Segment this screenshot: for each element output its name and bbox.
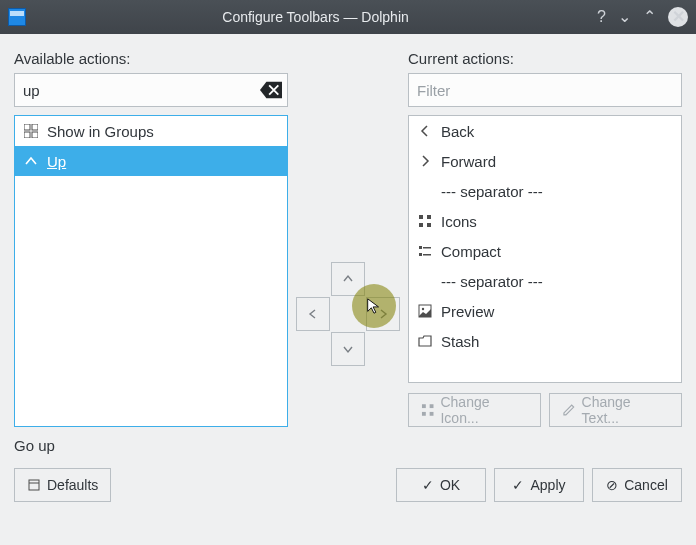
svg-rect-1 <box>32 124 38 130</box>
list-item[interactable]: Compact <box>409 236 681 266</box>
status-text: Go up <box>14 437 682 454</box>
maximize-icon[interactable]: ⌃ <box>643 9 656 25</box>
list-item-label: Back <box>441 123 474 140</box>
move-down-button[interactable] <box>331 332 365 366</box>
dialog-button-bar: Defaults ✓ OK ✓ Apply ⊘ Cancel <box>14 468 682 502</box>
separator-icon <box>417 183 433 199</box>
current-heading: Current actions: <box>408 50 682 67</box>
pencil-icon <box>562 403 576 417</box>
ok-button[interactable]: ✓ OK <box>396 468 486 502</box>
current-filter-input[interactable] <box>408 73 682 107</box>
move-up-button[interactable] <box>331 262 365 296</box>
button-label: OK <box>440 477 460 493</box>
svg-point-13 <box>422 308 424 310</box>
svg-rect-10 <box>419 253 422 256</box>
svg-rect-6 <box>419 223 423 227</box>
svg-rect-4 <box>419 215 423 219</box>
list-item[interactable]: Icons <box>409 206 681 236</box>
svg-rect-0 <box>24 124 30 130</box>
list-item[interactable]: --- separator --- <box>409 266 681 296</box>
restore-icon <box>27 478 41 492</box>
list-item[interactable]: Preview <box>409 296 681 326</box>
list-item[interactable]: Forward <box>409 146 681 176</box>
clear-filter-icon[interactable] <box>258 79 284 101</box>
checkmark-icon: ✓ <box>512 477 524 493</box>
list-item[interactable]: Up <box>15 146 287 176</box>
compact-view-icon <box>417 243 433 259</box>
list-item[interactable]: Show in Groups <box>15 116 287 146</box>
button-label: Change Icon... <box>440 394 528 426</box>
list-item-label: Icons <box>441 213 477 230</box>
separator-icon <box>417 273 433 289</box>
svg-rect-17 <box>430 412 434 416</box>
available-filter-input[interactable] <box>14 73 288 107</box>
list-item[interactable]: Stash <box>409 326 681 356</box>
list-item-label: Show in Groups <box>47 123 154 140</box>
list-item-label: Forward <box>441 153 496 170</box>
button-label: Apply <box>530 477 565 493</box>
button-label: Cancel <box>624 477 668 493</box>
move-buttons-panel <box>296 50 400 427</box>
svg-rect-11 <box>423 254 431 256</box>
titlebar: Configure Toolbars — Dolphin ? ⌄ ⌃ ✕ <box>0 0 696 34</box>
svg-rect-9 <box>423 247 431 249</box>
list-item[interactable]: Back <box>409 116 681 146</box>
available-heading: Available actions: <box>14 50 288 67</box>
titlebar-controls: ? ⌄ ⌃ ✕ <box>597 7 688 27</box>
icons-view-icon <box>421 403 434 417</box>
svg-rect-7 <box>427 223 431 227</box>
svg-rect-8 <box>419 246 422 249</box>
button-label: Defaults <box>47 477 98 493</box>
svg-rect-5 <box>427 215 431 219</box>
defaults-button[interactable]: Defaults <box>14 468 111 502</box>
change-icon-button[interactable]: Change Icon... <box>408 393 541 427</box>
dolphin-app-icon <box>8 8 26 26</box>
close-icon[interactable]: ✕ <box>668 7 688 27</box>
svg-rect-3 <box>32 132 38 138</box>
change-text-button[interactable]: Change Text... <box>549 393 682 427</box>
list-item[interactable]: --- separator --- <box>409 176 681 206</box>
stash-icon <box>417 333 433 349</box>
forbid-icon: ⊘ <box>606 477 618 493</box>
svg-rect-2 <box>24 132 30 138</box>
apply-button[interactable]: ✓ Apply <box>494 468 584 502</box>
preview-icon <box>417 303 433 319</box>
chevron-left-icon <box>417 123 433 139</box>
chevron-right-icon <box>417 153 433 169</box>
current-actions-list[interactable]: Back Forward --- separator --- Icons <box>408 115 682 383</box>
chevron-up-icon <box>23 153 39 169</box>
current-actions-panel: Current actions: Back Forward - <box>408 50 682 427</box>
checkmark-icon: ✓ <box>422 477 434 493</box>
available-actions-list[interactable]: Show in Groups Up <box>14 115 288 427</box>
svg-rect-16 <box>422 412 426 416</box>
button-label: Change Text... <box>582 394 669 426</box>
svg-rect-14 <box>422 404 426 408</box>
list-item-label: Compact <box>441 243 501 260</box>
minimize-icon[interactable]: ⌄ <box>618 9 631 25</box>
move-left-button[interactable] <box>296 297 330 331</box>
list-item-label: Up <box>47 153 66 170</box>
move-right-button[interactable] <box>366 297 400 331</box>
available-actions-panel: Available actions: Show in Groups <box>14 50 288 427</box>
window-title: Configure Toolbars — Dolphin <box>34 9 597 25</box>
svg-rect-15 <box>430 404 434 408</box>
grid-icon <box>23 123 39 139</box>
list-item-label: --- separator --- <box>441 183 543 200</box>
list-item-label: --- separator --- <box>441 273 543 290</box>
list-item-label: Stash <box>441 333 479 350</box>
list-item-label: Preview <box>441 303 494 320</box>
svg-rect-18 <box>29 480 39 490</box>
help-icon[interactable]: ? <box>597 9 606 25</box>
icons-view-icon <box>417 213 433 229</box>
cancel-button[interactable]: ⊘ Cancel <box>592 468 682 502</box>
